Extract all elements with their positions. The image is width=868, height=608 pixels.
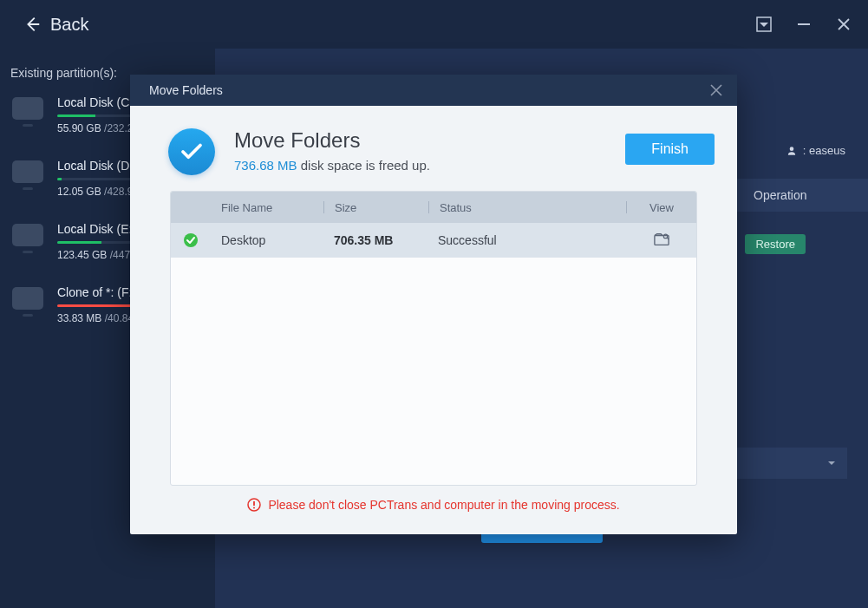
disk-icon bbox=[10, 95, 45, 125]
table-row: Desktop 706.35 MB Successful bbox=[171, 223, 696, 258]
warning-text: Please don't close PCTrans and computer … bbox=[268, 498, 619, 512]
restore-row: Restore bbox=[745, 234, 806, 254]
warning-message: Please don't close PCTrans and computer … bbox=[130, 498, 737, 512]
disk-icon bbox=[10, 285, 45, 315]
dialog-titlebar: Move Folders bbox=[130, 75, 737, 106]
row-status-icon bbox=[171, 232, 211, 248]
freed-amount: 736.68 MB bbox=[234, 158, 297, 173]
operation-column-header: Operation bbox=[729, 179, 868, 212]
back-label: Back bbox=[50, 15, 88, 35]
user-indicator[interactable]: : easeus bbox=[786, 144, 845, 157]
svg-rect-3 bbox=[655, 235, 669, 245]
minimize-button[interactable] bbox=[793, 14, 814, 35]
arrow-left-icon bbox=[23, 15, 42, 34]
dialog-title: Move Folders bbox=[149, 83, 223, 97]
user-label: : easeus bbox=[803, 144, 845, 157]
disk-icon bbox=[10, 159, 45, 188]
restore-button[interactable]: Restore bbox=[745, 234, 806, 254]
freed-suffix: disk space is freed up. bbox=[297, 158, 430, 173]
disk-icon bbox=[10, 222, 45, 252]
window-controls bbox=[754, 14, 854, 35]
close-button[interactable] bbox=[833, 14, 854, 35]
col-size: Size bbox=[324, 201, 428, 214]
row-view-button[interactable] bbox=[627, 232, 696, 249]
user-icon bbox=[786, 145, 798, 157]
dialog-close-button[interactable] bbox=[708, 82, 725, 99]
col-file-name: File Name bbox=[211, 201, 323, 214]
svg-point-4 bbox=[663, 234, 668, 239]
svg-point-8 bbox=[253, 507, 255, 509]
dialog-heading-text: Move Folders 736.68 MB disk space is fre… bbox=[234, 128, 430, 173]
warning-icon bbox=[247, 498, 261, 512]
finish-button[interactable]: Finish bbox=[625, 134, 715, 165]
result-table: File Name Size Status View Desktop 706.3… bbox=[170, 191, 697, 486]
row-status: Successful bbox=[427, 233, 627, 247]
destination-select[interactable] bbox=[726, 448, 847, 479]
titlebar: Back bbox=[0, 0, 868, 49]
table-header: File Name Size Status View bbox=[171, 192, 696, 223]
back-button[interactable]: Back bbox=[23, 15, 88, 35]
move-folders-dialog: Move Folders Move Folders 736.68 MB disk… bbox=[130, 75, 737, 534]
svg-point-2 bbox=[184, 233, 198, 247]
row-size: 706.35 MB bbox=[323, 233, 427, 247]
dialog-subheading: 736.68 MB disk space is freed up. bbox=[234, 158, 430, 173]
dialog-heading: Move Folders bbox=[234, 128, 430, 153]
chevron-down-icon bbox=[826, 458, 837, 468]
col-status: Status bbox=[429, 201, 626, 214]
success-check-icon bbox=[168, 128, 215, 175]
col-view: View bbox=[627, 201, 696, 214]
dropdown-window-button[interactable] bbox=[754, 14, 774, 35]
dialog-header: Move Folders 736.68 MB disk space is fre… bbox=[130, 106, 737, 191]
row-name: Desktop bbox=[211, 233, 323, 247]
